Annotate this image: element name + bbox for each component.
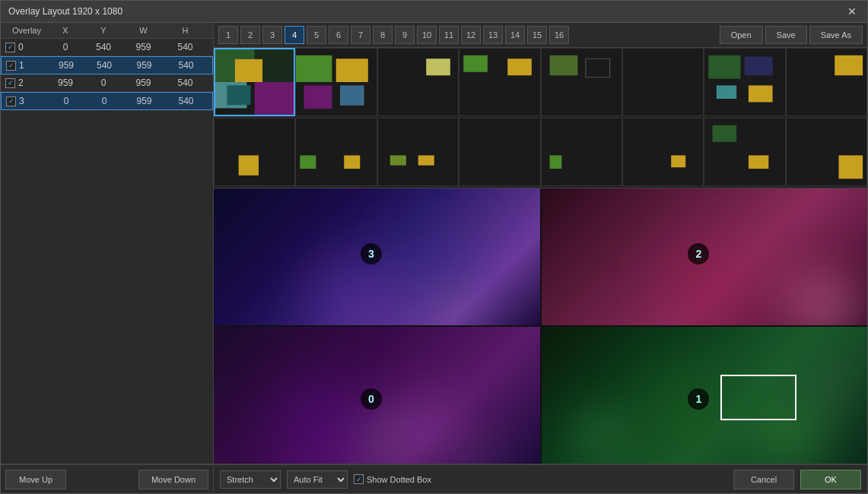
svg-rect-22 <box>709 55 741 79</box>
tab-10[interactable]: 10 <box>417 26 437 44</box>
cancel-button[interactable]: Cancel <box>733 470 794 489</box>
cell-h-2: 540 <box>164 78 206 88</box>
cell-w-3: 959 <box>123 96 165 106</box>
svg-rect-19 <box>585 59 609 78</box>
stretch-dropdown[interactable]: Stretch <box>220 470 281 489</box>
preview-cell-12[interactable] <box>459 118 540 186</box>
svg-rect-36 <box>459 119 539 185</box>
cell-y-1: 540 <box>85 60 123 71</box>
table-row[interactable]: 2 959 0 959 540 <box>1 74 213 92</box>
svg-rect-15 <box>463 55 488 72</box>
svg-rect-24 <box>749 85 773 102</box>
save-button[interactable]: Save <box>765 26 807 44</box>
svg-rect-29 <box>239 155 259 175</box>
move-down-button[interactable]: Move Down <box>138 470 208 489</box>
tab-16[interactable]: 16 <box>549 26 569 44</box>
ok-button[interactable]: OK <box>800 470 861 489</box>
show-dotted-box-label[interactable]: Show Dotted Box <box>354 474 431 484</box>
title-bar: Overlay Layout 1920 x 1080 ✕ <box>1 1 867 23</box>
tab-7[interactable]: 7 <box>351 26 370 44</box>
preview-cell-4[interactable] <box>459 48 540 116</box>
quadrant-0: 0 <box>214 327 540 464</box>
tab-12[interactable]: 12 <box>461 26 481 44</box>
svg-rect-18 <box>549 55 577 75</box>
cell-x-2: 959 <box>46 78 84 88</box>
cell-x-0: 0 <box>46 42 84 52</box>
open-button[interactable]: Open <box>720 26 763 44</box>
overlay-id-0: 0 <box>18 42 24 52</box>
checkbox-0[interactable] <box>5 43 15 52</box>
preview-cell-5[interactable] <box>541 48 622 116</box>
tab-15[interactable]: 15 <box>527 26 547 44</box>
move-up-button[interactable]: Move Up <box>5 470 66 489</box>
tab-8[interactable]: 8 <box>373 26 393 44</box>
show-dotted-box-text: Show Dotted Box <box>367 475 431 484</box>
show-dotted-box-checkbox[interactable] <box>354 474 364 484</box>
preview-cell-10[interactable] <box>295 118 377 186</box>
top-bar: 1 2 3 4 5 6 7 8 9 10 11 12 13 14 15 16 O… <box>214 23 867 48</box>
tab-14[interactable]: 14 <box>505 26 525 44</box>
quadrant-2: 2 <box>542 188 868 325</box>
svg-rect-35 <box>418 155 434 165</box>
tab-1[interactable]: 1 <box>218 26 238 44</box>
bottom-bar: Stretch Auto Fit Show Dotted Box Cancel … <box>214 464 867 493</box>
quadrant-3: 3 <box>214 188 540 325</box>
table-row[interactable]: 0 0 540 959 540 <box>1 39 213 56</box>
preview-cell-16[interactable] <box>786 118 867 186</box>
checkbox-2[interactable] <box>5 78 15 88</box>
header-y: Y <box>84 26 122 35</box>
tab-3[interactable]: 3 <box>262 26 282 44</box>
svg-rect-31 <box>300 155 316 169</box>
tab-2[interactable]: 2 <box>240 26 260 44</box>
dotted-selection-box <box>720 375 796 420</box>
tab-4[interactable]: 4 <box>285 26 304 44</box>
cell-h-3: 540 <box>165 96 207 106</box>
preview-cell-1[interactable] <box>214 48 295 116</box>
cell-w-2: 959 <box>122 78 164 88</box>
cell-overlay-2: 2 <box>1 78 46 88</box>
preview-cell-11[interactable] <box>377 118 459 186</box>
svg-rect-10 <box>304 85 332 109</box>
svg-rect-45 <box>838 155 863 179</box>
preview-cell-13[interactable] <box>541 118 622 186</box>
tab-13[interactable]: 13 <box>483 26 503 44</box>
preview-cell-9[interactable] <box>214 118 295 186</box>
left-bottom-bar: Move Up Move Down <box>1 464 214 493</box>
left-panel: Overlay X Y W H 0 0 540 959 540 <box>1 23 214 464</box>
right-panel: 1 2 3 4 5 6 7 8 9 10 11 12 13 14 15 16 O… <box>214 23 867 464</box>
checkbox-1[interactable] <box>6 61 16 71</box>
svg-rect-39 <box>623 119 703 185</box>
checkbox-3[interactable] <box>6 97 16 106</box>
preview-cell-2[interactable] <box>295 48 377 116</box>
close-button[interactable]: ✕ <box>844 5 860 17</box>
preview-cell-6[interactable] <box>622 48 704 116</box>
svg-rect-16 <box>507 59 532 75</box>
header-h: H <box>164 26 206 35</box>
preview-cell-3[interactable] <box>377 48 459 116</box>
svg-rect-27 <box>835 55 863 75</box>
preview-cell-8[interactable] <box>786 48 867 116</box>
save-as-button[interactable]: Save As <box>809 26 863 44</box>
svg-rect-13 <box>426 59 450 75</box>
header-w: W <box>122 26 164 35</box>
preview-cell-15[interactable] <box>704 118 785 186</box>
overlay-id-3: 3 <box>19 96 24 106</box>
quadrant-label-3: 3 <box>361 243 382 264</box>
tab-11[interactable]: 11 <box>439 26 459 44</box>
tab-9[interactable]: 9 <box>395 26 415 44</box>
tab-6[interactable]: 6 <box>329 26 348 44</box>
svg-rect-6 <box>227 85 251 105</box>
overlay-id-1: 1 <box>19 60 24 71</box>
preview-cell-14[interactable] <box>622 118 704 186</box>
svg-rect-38 <box>549 155 561 169</box>
cell-overlay-0: 0 <box>1 42 46 52</box>
cell-w-0: 959 <box>122 42 164 52</box>
stretch-dropdown-wrapper: Stretch <box>220 470 281 489</box>
tab-5[interactable]: 5 <box>307 26 326 44</box>
preview-cell-7[interactable] <box>704 48 785 116</box>
auto-fit-dropdown[interactable]: Auto Fit <box>287 470 348 489</box>
table-header: Overlay X Y W H <box>1 23 213 39</box>
cell-h-1: 540 <box>165 60 207 71</box>
table-row[interactable]: 1 959 540 959 540 <box>1 56 213 74</box>
table-row[interactable]: 3 0 0 959 540 <box>1 92 213 110</box>
